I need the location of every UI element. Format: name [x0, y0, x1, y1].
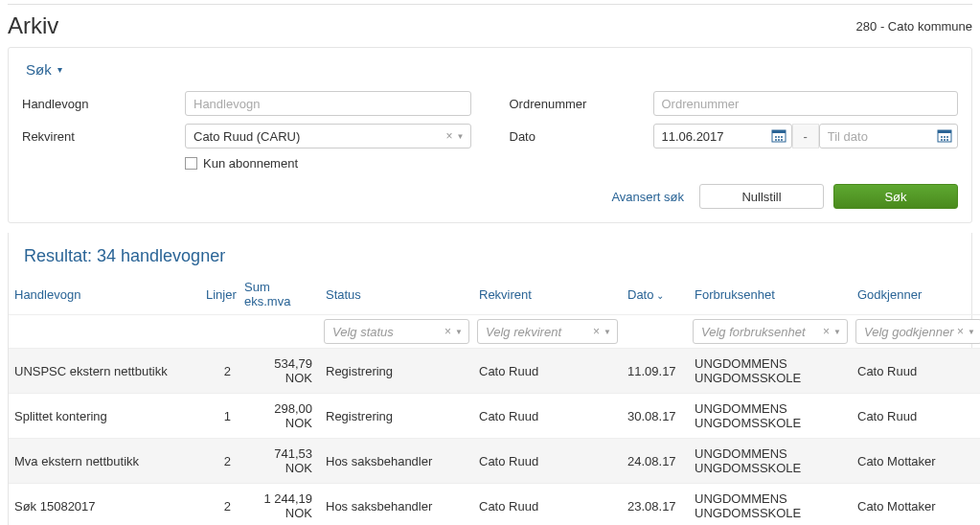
date-to-input[interactable]: Til dato	[819, 124, 958, 148]
filter-forbruk[interactable]: Velg forbruksenhet×▼	[693, 319, 848, 344]
caret-down-icon: ▼	[833, 328, 841, 336]
cell-sum: 1 244,19 NOK	[239, 484, 320, 526]
svg-point-15	[946, 139, 948, 141]
cell-linjer: 2	[200, 439, 239, 484]
table-row[interactable]: Søk 1508201721 244,19 NOKHos saksbehandl…	[9, 484, 980, 526]
handlevogn-input[interactable]	[185, 91, 471, 116]
cell-handlevogn: Splittet kontering	[9, 394, 200, 439]
svg-point-11	[944, 136, 946, 138]
col-forbruk[interactable]: Forbruksenhet	[689, 274, 852, 315]
calendar-icon[interactable]	[936, 127, 953, 145]
handlevogn-label: Handlevogn	[22, 97, 185, 111]
cell-dato: 11.09.17	[622, 349, 689, 394]
cell-dato: 30.08.17	[622, 394, 689, 439]
svg-point-4	[781, 136, 783, 138]
clear-icon[interactable]: ×	[444, 325, 451, 338]
cell-rekvirent: Cato Ruud	[473, 439, 622, 484]
col-dato[interactable]: Dato⌄	[622, 274, 689, 315]
table-row[interactable]: UNSPSC ekstern nettbutikk2534,79 NOKRegi…	[9, 349, 980, 394]
cell-rekvirent: Cato Ruud	[473, 484, 622, 526]
caret-down-icon: ▼	[457, 132, 465, 141]
search-panel: Søk ▾ Handlevogn Rekvirent Cato Ruud (CA…	[8, 47, 972, 223]
ordrenummer-input[interactable]	[653, 91, 959, 116]
cell-godkjenner: Cato Ruud	[852, 349, 980, 394]
caret-down-icon: ▼	[604, 328, 611, 336]
table-row[interactable]: Mva ekstern nettbutikk2741,53 NOKHos sak…	[9, 439, 980, 484]
col-sum[interactable]: Sum eks.mva	[239, 274, 320, 315]
context-label: 280 - Cato kommune	[856, 19, 972, 34]
cell-forbruk: UNGDOMMENS UNGDOMSSKOLE	[689, 349, 852, 394]
rekvirent-value: Cato Ruud (CARU)	[194, 129, 446, 144]
rekvirent-label: Rekvirent	[22, 129, 185, 144]
cell-status: Registrering	[320, 394, 473, 439]
cell-linjer: 2	[200, 484, 239, 526]
col-linjer[interactable]: Linjer	[200, 274, 239, 315]
search-section-label: Søk	[26, 61, 52, 78]
chevron-down-icon: ▾	[57, 64, 62, 75]
ordrenummer-label: Ordrenummer	[510, 97, 653, 111]
date-from-value: 11.06.2017	[662, 129, 770, 144]
cell-forbruk: UNGDOMMENS UNGDOMSSKOLE	[689, 394, 852, 439]
col-handlevogn[interactable]: Handlevogn	[9, 274, 200, 315]
reset-button[interactable]: Nullstill	[699, 184, 824, 209]
svg-point-3	[778, 136, 780, 138]
cell-status: Hos saksbehandler	[320, 439, 473, 484]
clear-icon[interactable]: ×	[823, 325, 830, 338]
clear-icon[interactable]: ×	[957, 325, 964, 338]
results-panel: Resultat: 34 handlevogner Handlevogn Lin…	[8, 233, 972, 525]
cell-handlevogn: Søk 15082017	[9, 484, 200, 526]
rekvirent-select[interactable]: Cato Ruud (CARU) × ▼	[185, 124, 471, 148]
cell-linjer: 2	[200, 349, 239, 394]
svg-point-2	[775, 136, 777, 138]
date-separator: -	[792, 124, 819, 148]
cell-forbruk: UNGDOMMENS UNGDOMSSKOLE	[689, 439, 852, 484]
dato-label: Dato	[510, 129, 653, 144]
table-row[interactable]: Splittet kontering1298,00 NOKRegistrerin…	[9, 394, 980, 439]
cell-linjer: 1	[200, 394, 239, 439]
svg-point-5	[775, 139, 777, 141]
svg-rect-9	[938, 130, 951, 133]
svg-point-12	[946, 136, 948, 138]
svg-point-6	[778, 139, 780, 141]
cell-dato: 24.08.17	[622, 439, 689, 484]
page-title: Arkiv	[8, 12, 58, 39]
cell-godkjenner: Cato Mottaker	[852, 439, 980, 484]
results-table: Handlevogn Linjer Sum eks.mva Status Rek…	[9, 274, 980, 525]
search-section-toggle[interactable]: Søk ▾	[26, 61, 62, 78]
caret-down-icon: ▼	[968, 328, 975, 336]
cell-godkjenner: Cato Ruud	[852, 394, 980, 439]
search-button[interactable]: Søk	[833, 184, 958, 209]
abonnement-label: Kun abonnement	[203, 156, 298, 171]
cell-rekvirent: Cato Ruud	[473, 394, 622, 439]
abonnement-checkbox[interactable]	[185, 157, 197, 170]
results-title: Resultat: 34 handlevogner	[9, 233, 971, 274]
filter-rekvirent[interactable]: Velg rekvirent×▼	[477, 319, 618, 344]
svg-point-10	[941, 136, 943, 138]
svg-rect-1	[772, 130, 786, 133]
svg-point-13	[941, 139, 943, 141]
col-status[interactable]: Status	[320, 274, 473, 315]
svg-point-14	[944, 139, 946, 141]
col-godkjenner[interactable]: Godkjenner	[852, 274, 980, 315]
sort-desc-icon: ⌄	[656, 290, 664, 301]
date-from-input[interactable]: 11.06.2017	[653, 124, 792, 148]
cell-sum: 298,00 NOK	[239, 394, 320, 439]
cell-status: Hos saksbehandler	[320, 484, 473, 526]
cell-status: Registrering	[320, 349, 473, 394]
cell-sum: 534,79 NOK	[239, 349, 320, 394]
filter-godkjenner[interactable]: Velg godkjenner×▼	[855, 319, 980, 344]
cell-handlevogn: UNSPSC ekstern nettbutikk	[9, 349, 200, 394]
date-to-placeholder: Til dato	[828, 129, 936, 144]
caret-down-icon: ▼	[455, 328, 463, 336]
advanced-search-link[interactable]: Avansert søk	[611, 190, 684, 204]
cell-godkjenner: Cato Mottaker	[852, 484, 980, 526]
calendar-icon[interactable]	[770, 127, 787, 145]
cell-dato: 23.08.17	[622, 484, 689, 526]
cell-sum: 741,53 NOK	[239, 439, 320, 484]
clear-icon[interactable]: ×	[446, 129, 453, 143]
clear-icon[interactable]: ×	[593, 325, 600, 338]
cell-forbruk: UNGDOMMENS UNGDOMSSKOLE	[689, 484, 852, 526]
svg-point-7	[781, 139, 783, 141]
filter-status[interactable]: Velg status×▼	[324, 319, 469, 344]
col-rekvirent[interactable]: Rekvirent	[473, 274, 622, 315]
